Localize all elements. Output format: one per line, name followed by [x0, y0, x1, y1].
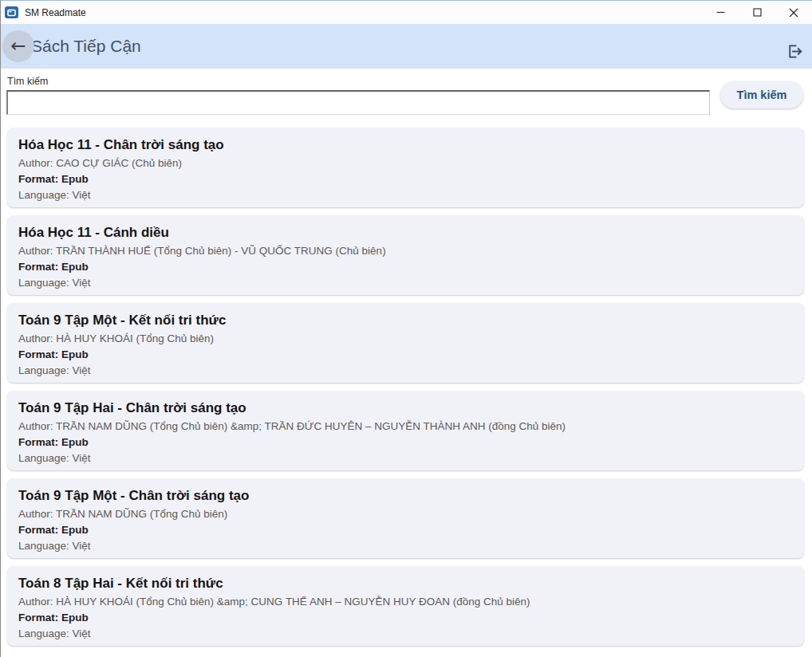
book-language: Language: Việt [18, 363, 793, 379]
search-area: Tìm kiếm Tìm kiếm [1, 69, 812, 115]
book-card[interactable]: Toán 9 Tập Một - Kết nối tri thức Author… [7, 303, 804, 383]
book-language: Language: Việt [18, 187, 793, 203]
book-language: Language: Việt [18, 450, 793, 466]
search-button[interactable]: Tìm kiếm [720, 81, 803, 108]
minimize-button[interactable] [702, 1, 739, 24]
app-logo-icon [5, 6, 18, 19]
caption-buttons [702, 1, 812, 24]
book-card[interactable]: Toán 8 Tập Hai - Kết nối tri thức Author… [7, 566, 804, 646]
book-language: Language: Việt [18, 538, 793, 554]
book-card[interactable]: Toán 9 Tập Hai - Chân trời sáng tạo Auth… [7, 391, 804, 470]
page-title: Sách Tiếp Cận [31, 37, 141, 56]
minimize-icon [716, 8, 725, 17]
book-format: Format: Epub [18, 435, 793, 450]
book-language: Language: Việt [18, 275, 793, 291]
book-title: Toán 9 Tập Một - Kết nối tri thức [18, 312, 793, 329]
close-button[interactable] [775, 1, 812, 24]
back-arrow-icon: ← [10, 37, 26, 55]
book-author: Author: HÀ HUY KHOÁI (Tổng Chủ biên) [18, 331, 793, 347]
book-title: Hóa Học 11 - Cánh diều [18, 224, 793, 242]
book-title: Toán 9 Tập Hai - Chân trời sáng tạo [18, 399, 793, 417]
book-card[interactable]: Hóa Học 11 - Cánh diều Author: TRẦN THÀN… [7, 215, 804, 295]
book-author: Author: TRẦN NAM DŨNG (Tổng Chủ biên) &a… [18, 419, 793, 435]
book-card[interactable]: Hóa Học 11 - Chân trời sáng tạo Author: … [7, 128, 804, 207]
book-author: Author: TRẦN THÀNH HUẾ (Tổng Chủ biên) -… [18, 243, 793, 259]
logout-icon [786, 42, 804, 61]
logout-button[interactable] [785, 41, 804, 61]
window-title: SM Readmate [25, 7, 86, 18]
book-language: Language: Việt [18, 626, 793, 642]
book-list: Hóa Học 11 - Chân trời sáng tạo Author: … [1, 115, 812, 646]
book-format: Format: Epub [18, 522, 793, 538]
book-title: Hóa Học 11 - Chân trời sáng tạo [18, 136, 793, 154]
book-format: Format: Epub [18, 610, 793, 626]
book-card[interactable]: Toán 9 Tập Một - Chân trời sáng tạo Auth… [7, 478, 804, 558]
titlebar: SM Readmate [1, 0, 812, 24]
book-author: Author: CAO CỰ GIÁC (Chủ biên) [18, 155, 793, 171]
book-author: Author: HÀ HUY KHOÁI (Tổng Chủ biên) &am… [18, 594, 793, 610]
close-icon [789, 8, 798, 18]
maximize-icon [753, 8, 762, 17]
book-format: Format: Epub [18, 171, 793, 187]
search-label: Tìm kiếm [7, 76, 710, 87]
search-input[interactable] [6, 90, 710, 115]
search-column: Tìm kiếm [6, 75, 710, 115]
maximize-button[interactable] [739, 1, 775, 24]
book-title: Toán 9 Tập Một - Chân trời sáng tạo [18, 487, 793, 505]
book-format: Format: Epub [18, 347, 793, 363]
book-title: Toán 8 Tập Hai - Kết nối tri thức [18, 575, 793, 592]
book-format: Format: Epub [18, 259, 793, 275]
page-header: ← Sách Tiếp Cận [1, 24, 812, 69]
book-author: Author: TRẦN NAM DŨNG (Tổng Chủ biên) [18, 506, 793, 522]
app-window: SM Readmate ← Sách Tiếp Cận [0, 0, 812, 657]
back-button[interactable]: ← [2, 30, 34, 62]
